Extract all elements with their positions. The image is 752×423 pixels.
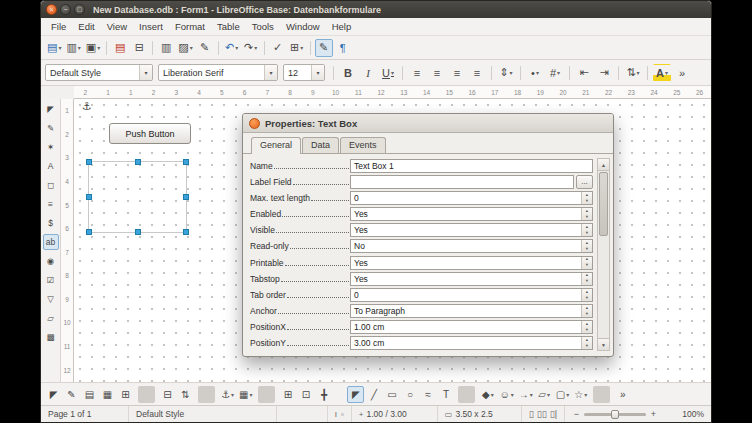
menu-item[interactable]: Help xyxy=(326,19,358,34)
bold-icon[interactable]: B xyxy=(339,64,357,82)
select-icon[interactable]: ◤ xyxy=(43,101,59,117)
formatting-marks-icon[interactable]: ¶ xyxy=(334,39,352,57)
spinner-buttons[interactable] xyxy=(581,240,592,252)
ellipse-icon[interactable]: ○ xyxy=(401,386,418,403)
object-position-indicator[interactable]: + 1.00 / 3.00 xyxy=(352,406,438,422)
property-value-field[interactable] xyxy=(350,175,574,189)
push-button-control[interactable]: Push Button xyxy=(109,123,191,144)
language-indicator[interactable] xyxy=(277,406,328,422)
scrollbar-track[interactable] xyxy=(598,237,609,338)
option-button-icon[interactable]: ◉ xyxy=(43,253,59,269)
toolbar-overflow-icon[interactable]: » xyxy=(673,64,691,82)
insert-line-icon[interactable]: ╱ xyxy=(365,386,382,403)
spinner-buttons[interactable] xyxy=(581,321,592,333)
zoom-slider-handle[interactable] xyxy=(611,410,619,419)
spin-down-icon[interactable] xyxy=(582,246,592,252)
design-mode-icon[interactable]: ✎ xyxy=(63,386,80,403)
insert-text-box-icon[interactable]: T xyxy=(437,386,454,403)
combo-box-icon[interactable]: ▽ xyxy=(43,291,59,307)
check-box-icon[interactable]: ☑ xyxy=(43,272,59,288)
font-name-select[interactable]: Liberation Serif xyxy=(158,64,278,81)
spin-down-icon[interactable] xyxy=(582,295,592,301)
property-value-field[interactable]: Yes xyxy=(350,256,593,270)
selection-handle[interactable] xyxy=(86,159,92,165)
view-multiple-pages-icon[interactable]: ▯▯ xyxy=(537,409,547,419)
spinner-buttons[interactable] xyxy=(581,208,592,220)
line-spacing-icon[interactable]: ⇕ xyxy=(497,64,515,82)
selection-handle[interactable] xyxy=(183,229,189,235)
zoom-in-button[interactable]: + xyxy=(649,409,658,419)
zoom-out-button[interactable]: − xyxy=(572,409,581,419)
text-box-icon[interactable]: ab xyxy=(43,234,59,250)
spin-down-icon[interactable] xyxy=(582,263,592,269)
highlight-color-icon[interactable]: A xyxy=(653,64,671,82)
increase-indent-icon[interactable]: ⇥ xyxy=(595,64,613,82)
spinner-buttons[interactable] xyxy=(581,305,592,317)
export-pdf-icon[interactable]: ▤ xyxy=(111,39,129,57)
page-style-indicator[interactable]: Default Style xyxy=(129,406,277,422)
select-icon[interactable]: ◤ xyxy=(45,386,62,403)
chevron-down-icon[interactable] xyxy=(264,65,277,80)
spelling-icon[interactable]: ✓ xyxy=(269,39,287,57)
titlebar[interactable]: × − □ New Database.odb : Form1 - LibreOf… xyxy=(41,1,711,18)
align-left-icon[interactable]: ≡ xyxy=(408,64,426,82)
activation-order-icon[interactable]: ⇅ xyxy=(177,386,194,403)
freeform-line-icon[interactable]: ≈ xyxy=(419,386,436,403)
font-size-select[interactable]: 12 xyxy=(283,64,325,81)
scroll-up-icon[interactable] xyxy=(598,159,609,171)
callouts-icon[interactable]: ▢ xyxy=(554,386,571,403)
menu-item[interactable]: File xyxy=(45,19,72,34)
document-modified-icon[interactable]: ▫ xyxy=(341,410,344,419)
close-button[interactable]: × xyxy=(46,4,57,15)
spin-down-icon[interactable] xyxy=(582,311,592,317)
selection-handle[interactable] xyxy=(135,229,141,235)
clone-formatting-icon[interactable]: ✎ xyxy=(196,39,214,57)
selection-handle[interactable] xyxy=(135,159,141,165)
property-value-field[interactable]: To Paragraph xyxy=(350,304,593,318)
open-icon[interactable]: ▥ xyxy=(64,39,82,57)
property-value-field[interactable]: Yes xyxy=(350,272,593,286)
selection-handle[interactable] xyxy=(86,229,92,235)
undo-icon[interactable]: ↶ xyxy=(223,39,241,57)
design-mode-icon[interactable]: ✎ xyxy=(43,120,59,136)
justify-icon[interactable]: ≡ xyxy=(468,64,486,82)
redo-icon[interactable]: ↷ xyxy=(242,39,260,57)
form-navigator-icon[interactable]: ⊞ xyxy=(117,386,134,403)
insert-mode-indicator[interactable]: I xyxy=(335,410,337,419)
spinner-buttons[interactable] xyxy=(581,337,592,349)
chevron-down-icon[interactable] xyxy=(139,65,152,80)
symbol-shapes-icon[interactable]: ☺ xyxy=(497,386,515,403)
dialog-close-icon[interactable] xyxy=(249,118,260,129)
add-field-icon[interactable]: ⊟ xyxy=(159,386,176,403)
helplines-icon[interactable]: ╋ xyxy=(315,386,332,403)
selection-handle[interactable] xyxy=(183,194,189,200)
property-value-field[interactable]: Yes xyxy=(350,223,593,237)
image-control-icon[interactable]: ▩ xyxy=(43,329,59,345)
property-value-field[interactable]: Text Box 1 xyxy=(350,159,593,173)
dialog-scrollbar[interactable] xyxy=(597,158,610,351)
browse-button[interactable]: ... xyxy=(576,175,593,189)
spin-down-icon[interactable] xyxy=(582,230,592,236)
menu-item[interactable]: Table xyxy=(211,19,246,34)
zoom-level[interactable]: 100% xyxy=(665,406,711,422)
selection-handle[interactable] xyxy=(183,159,189,165)
align-right-icon[interactable]: ≡ xyxy=(448,64,466,82)
snap-to-grid-icon[interactable]: ⊡ xyxy=(297,386,314,403)
align-center-icon[interactable]: ≡ xyxy=(428,64,446,82)
scroll-down-icon[interactable] xyxy=(598,338,609,350)
spinner-buttons[interactable] xyxy=(581,289,592,301)
basic-shapes-icon[interactable]: ◆ xyxy=(479,386,496,403)
property-value-field[interactable]: 3.00 cm xyxy=(350,336,593,350)
property-value-field[interactable]: Yes xyxy=(350,207,593,221)
menu-item[interactable]: Window xyxy=(280,19,326,34)
spin-down-icon[interactable] xyxy=(582,198,592,204)
bullet-list-icon[interactable]: • xyxy=(526,64,544,82)
control-wizards-icon[interactable]: ✶ xyxy=(43,139,59,155)
object-size-indicator[interactable]: ▭ 3.50 x 2.5 xyxy=(438,406,522,422)
maximize-button[interactable]: □ xyxy=(74,4,85,15)
design-mode-icon[interactable]: ✎ xyxy=(315,39,333,57)
menu-item[interactable]: Format xyxy=(169,19,211,34)
anchor-icon[interactable]: ⚓ xyxy=(219,386,236,403)
tab-events[interactable]: Events xyxy=(340,137,386,153)
spinner-buttons[interactable] xyxy=(581,224,592,236)
